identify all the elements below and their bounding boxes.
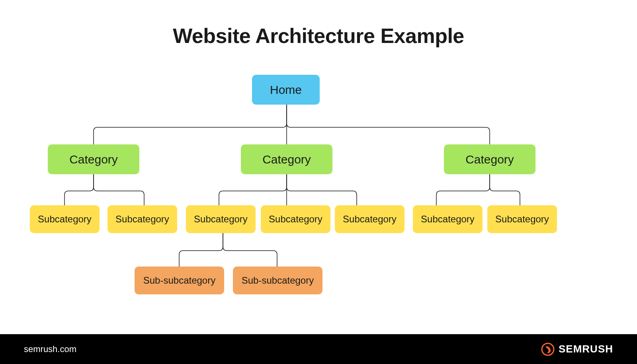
node-subcategory: Subcategory	[261, 205, 330, 233]
node-subcategory: Subcategory	[107, 205, 177, 233]
node-subcategory: Subcategory	[335, 205, 404, 233]
brand-text: SEMRUSH	[559, 343, 613, 355]
node-home: Home	[252, 75, 320, 105]
node-category: Category	[241, 144, 332, 174]
node-subcategory: Subcategory	[186, 205, 256, 233]
page-title: Website Architecture Example	[0, 24, 637, 48]
node-category: Category	[444, 144, 535, 174]
node-subcategory: Subcategory	[413, 205, 483, 233]
node-sub-subcategory: Sub-subcategory	[135, 267, 224, 294]
flame-icon	[541, 343, 555, 356]
node-category: Category	[48, 144, 139, 174]
node-subcategory: Subcategory	[487, 205, 557, 233]
node-subcategory: Subcategory	[30, 205, 100, 233]
footer: semrush.com SEMRUSH	[0, 334, 637, 364]
node-sub-subcategory: Sub-subcategory	[233, 267, 322, 294]
footer-domain: semrush.com	[24, 344, 76, 354]
brand: SEMRUSH	[541, 343, 613, 356]
diagram-stage: Website Architecture Example Home Catego…	[0, 0, 637, 364]
svg-point-0	[542, 343, 554, 355]
